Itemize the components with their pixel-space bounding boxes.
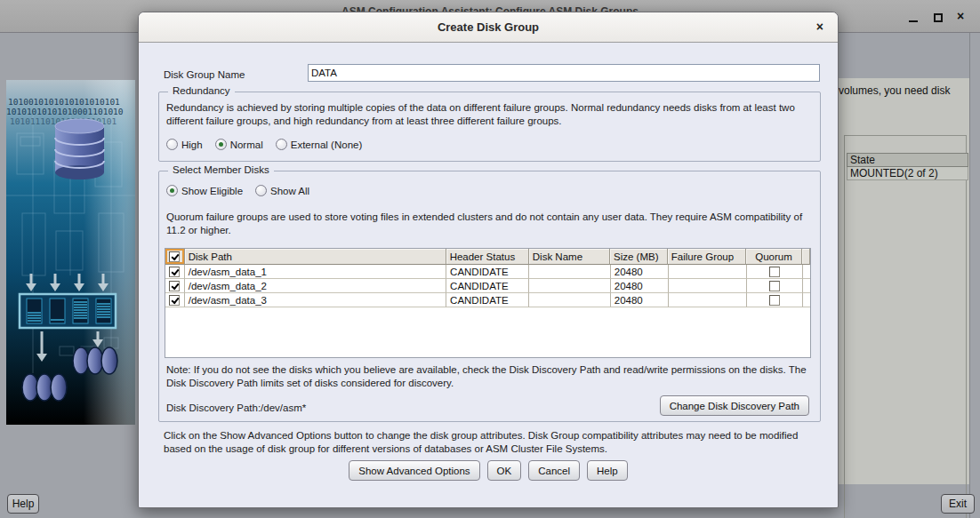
change-disk-discovery-path-button[interactable]: Change Disk Discovery Path xyxy=(660,395,809,416)
normal-radio[interactable] xyxy=(215,139,227,150)
col-disk-name[interactable]: Disk Name xyxy=(529,249,610,265)
advanced-options-note: Click on the Show Advanced Options butto… xyxy=(164,429,819,455)
screen: ASM Configuration Assistant: Configure A… xyxy=(0,0,980,518)
disk-note: Note: If you do not see the disks which … xyxy=(166,363,813,389)
database-cylinder-icon xyxy=(55,119,104,179)
disk-group-name-label: Disk Group Name xyxy=(164,69,245,80)
background-help-button[interactable]: Help xyxy=(7,494,39,514)
col-size-mb[interactable]: Size (MB) xyxy=(610,249,668,265)
dialog-close-icon[interactable]: × xyxy=(816,20,823,34)
table-row[interactable]: /dev/asm_data_3 CANDIDATE 20480 xyxy=(165,293,810,307)
dialog-button-row: Show Advanced Options OK Cancel Help xyxy=(139,460,838,481)
minimize-icon[interactable] xyxy=(909,20,918,22)
row-checkbox[interactable] xyxy=(169,281,180,291)
database-artwork: 1010010101010101010101 10101010101010001… xyxy=(6,80,135,425)
table-row[interactable]: /dev/asm_data_1 CANDIDATE 20480 xyxy=(165,265,810,279)
select-all-checkbox[interactable] xyxy=(169,251,180,262)
table-row[interactable]: /dev/asm_data_2 CANDIDATE 20480 xyxy=(165,279,810,293)
background-clipped-text: volumes, you need disk xyxy=(839,84,963,97)
normal-radio-label[interactable]: Normal xyxy=(230,139,263,150)
disk-group-name-input[interactable] xyxy=(308,64,820,82)
show-all-radio[interactable] xyxy=(255,185,267,196)
row-checkbox[interactable] xyxy=(169,295,180,306)
col-quorum[interactable]: Quorum xyxy=(746,249,802,265)
background-groupbox xyxy=(844,135,967,518)
exit-button[interactable]: Exit xyxy=(941,494,975,514)
external-radio-label[interactable]: External (None) xyxy=(291,139,363,150)
redundancy-legend: Redundancy xyxy=(168,85,235,96)
redundancy-group: Redundancy Redundancy is achieved by sto… xyxy=(158,92,821,162)
dialog-titlebar[interactable]: Create Disk Group × xyxy=(139,12,838,43)
quorum-checkbox[interactable] xyxy=(769,267,780,277)
show-eligible-radio[interactable] xyxy=(166,185,178,196)
state-column-header: State xyxy=(847,153,968,167)
show-eligible-label[interactable]: Show Eligible xyxy=(181,186,243,196)
svg-text:1010010101010101010101: 1010010101010101010101 xyxy=(8,97,120,107)
quorum-note: Quorum failure groups are used to store … xyxy=(166,211,813,236)
show-advanced-options-button[interactable]: Show Advanced Options xyxy=(349,460,479,481)
col-header-status[interactable]: Header Status xyxy=(446,249,529,265)
quorum-checkbox[interactable] xyxy=(769,281,780,291)
disk-discovery-path-label: Disk Discovery Path:/dev/asm* xyxy=(166,402,306,413)
row-checkbox[interactable] xyxy=(169,267,180,277)
svg-text:10101010101010001101010: 10101010101010001101010 xyxy=(6,107,124,116)
disk-table-header: Disk Path Header Status Disk Name Size (… xyxy=(165,249,810,265)
help-button[interactable]: Help xyxy=(587,460,628,481)
dialog-title: Create Disk Group xyxy=(438,20,539,34)
state-cell[interactable]: MOUNTED(2 of 2) xyxy=(847,167,968,180)
disk-table: Disk Path Header Status Disk Name Size (… xyxy=(165,248,811,358)
maximize-icon[interactable] xyxy=(934,13,943,22)
redundancy-description: Redundancy is achieved by storing multip… xyxy=(166,101,813,127)
background-right-panel: volumes, you need disk State MOUNTED(2 o… xyxy=(839,78,969,484)
member-disks-legend: Select Member Disks xyxy=(168,164,274,175)
background-diskgroup-table: State MOUNTED(2 of 2) xyxy=(847,153,968,180)
external-radio[interactable] xyxy=(276,139,287,150)
show-all-label[interactable]: Show All xyxy=(270,186,309,196)
member-disks-group: Select Member Disks Show Eligible Show A… xyxy=(158,171,821,422)
disk-rack-icon xyxy=(20,294,116,328)
cancel-button[interactable]: Cancel xyxy=(528,460,580,481)
background-window-title: ASM Configuration Assistant: Configure A… xyxy=(0,0,980,12)
high-radio-label[interactable]: High xyxy=(181,139,203,150)
col-filler xyxy=(802,249,810,265)
select-all-header-cell[interactable] xyxy=(165,249,185,265)
col-failure-group[interactable]: Failure Group xyxy=(668,249,746,265)
high-radio[interactable] xyxy=(166,139,178,150)
create-disk-group-dialog: Create Disk Group × Disk Group Name Redu… xyxy=(138,12,839,508)
quorum-checkbox[interactable] xyxy=(769,295,780,306)
close-window-icon[interactable]: × xyxy=(957,9,964,23)
ok-button[interactable]: OK xyxy=(487,460,522,481)
col-disk-path[interactable]: Disk Path xyxy=(185,249,446,265)
window-right-border xyxy=(969,33,970,518)
